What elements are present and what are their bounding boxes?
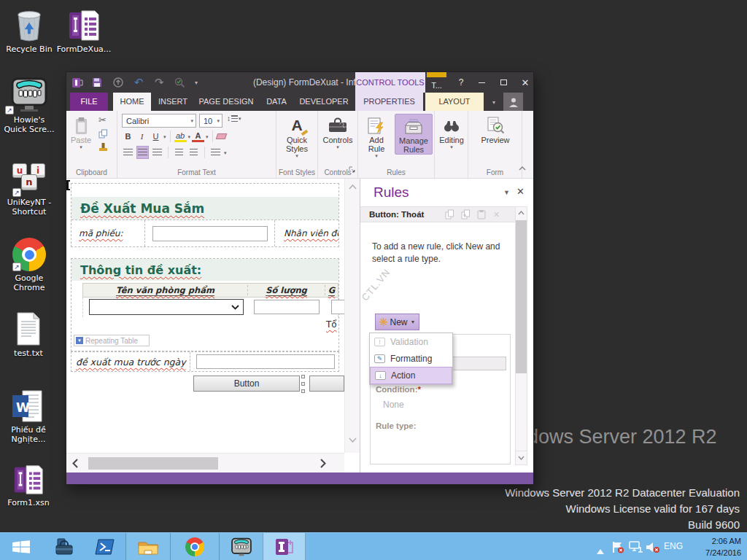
show-hidden-icons-button[interactable] bbox=[597, 544, 604, 557]
selection-handle[interactable] bbox=[301, 389, 305, 393]
manage-rules-button[interactable]: Manage Rules bbox=[395, 114, 433, 155]
quick-styles-button[interactable]: A Quick Styles▾ bbox=[280, 114, 314, 158]
bold-button[interactable]: B bbox=[122, 130, 134, 143]
form-section-details[interactable]: Thông tin đề xuất: Tên văn phòng phẩm Số… bbox=[71, 258, 339, 351]
undo-button[interactable]: ↶ bbox=[134, 76, 144, 89]
desktop-icon-form1-xsn[interactable]: Form1.xsn bbox=[0, 458, 57, 508]
highlight-caret-icon[interactable]: ▾ bbox=[188, 134, 191, 139]
qat-customize-button[interactable]: ▾ bbox=[195, 76, 198, 89]
cut-icon[interactable]: ✂ bbox=[98, 114, 107, 125]
italic-button[interactable]: I bbox=[136, 130, 148, 143]
form-design-canvas[interactable]: Đề Xuất Mua Sắm mã phiếu: Nhân viên đề x… bbox=[66, 179, 360, 472]
pane-menu-caret-icon[interactable]: ▼ bbox=[503, 189, 510, 196]
selection-handle[interactable] bbox=[301, 382, 305, 386]
desktop-icon-recycle-bin[interactable]: Recycle Bin bbox=[1, 4, 58, 54]
collapse-ribbon-icon[interactable] bbox=[519, 160, 526, 174]
scroll-down-button[interactable] bbox=[516, 451, 527, 464]
file-explorer-button[interactable] bbox=[125, 533, 170, 560]
font-color-caret-icon[interactable]: ▾ bbox=[206, 134, 209, 139]
tab-page-design[interactable]: PAGE DESIGN bbox=[194, 93, 258, 111]
highlight-button[interactable]: ab bbox=[174, 131, 187, 142]
design-checker-button[interactable] bbox=[174, 76, 185, 89]
language-indicator[interactable]: ENG bbox=[664, 541, 683, 551]
desktop-icon-word-doc[interactable]: W Phiếu đề Nghịte... bbox=[0, 385, 57, 444]
infopath-taskbar-button[interactable] bbox=[263, 533, 306, 560]
menu-item-validation[interactable]: ! Validation bbox=[370, 333, 452, 350]
volume-muted-icon[interactable] bbox=[646, 541, 660, 556]
desktop-icon-test-txt[interactable]: test.txt bbox=[0, 308, 57, 358]
form-button-selected[interactable]: Button bbox=[193, 376, 300, 392]
align-center-button[interactable] bbox=[136, 146, 149, 159]
scroll-left-icon[interactable] bbox=[72, 459, 78, 468]
action-center-icon[interactable] bbox=[611, 541, 624, 556]
editing-button[interactable]: Editing▾ bbox=[436, 114, 467, 149]
increase-indent-button[interactable] bbox=[187, 146, 200, 159]
help-button[interactable]: ? bbox=[452, 72, 471, 93]
paste-button[interactable]: Paste▾ bbox=[68, 114, 94, 149]
powershell-button[interactable] bbox=[86, 533, 124, 560]
date-row[interactable]: đề xuất mua trước ngày bbox=[71, 351, 339, 372]
bullets-button[interactable] bbox=[209, 146, 222, 159]
scroll-up-icon[interactable] bbox=[349, 184, 357, 190]
redo-button[interactable]: ↷ bbox=[155, 76, 164, 89]
taskbar-clock[interactable]: 2:06 AM 7/24/2016 bbox=[690, 535, 741, 559]
start-button[interactable] bbox=[0, 533, 42, 560]
qty-text-field[interactable] bbox=[254, 300, 320, 314]
bullets-caret-icon[interactable]: ▾ bbox=[224, 150, 227, 155]
scrollbar-thumb[interactable] bbox=[88, 457, 218, 470]
line-spacing-button[interactable]: ↕▾ bbox=[227, 114, 241, 122]
maximize-button[interactable] bbox=[494, 72, 513, 93]
controls-button[interactable]: Controls▾ bbox=[321, 114, 355, 149]
form-button-second[interactable] bbox=[309, 376, 344, 392]
menu-item-formatting[interactable]: ✎ Formatting bbox=[370, 350, 452, 367]
scrollbar-thumb[interactable] bbox=[516, 220, 527, 373]
horizontal-scrollbar[interactable] bbox=[66, 453, 344, 472]
network-icon[interactable] bbox=[629, 541, 643, 556]
server-manager-button[interactable] bbox=[45, 533, 83, 560]
desktop-icon-howies-quick-screen[interactable]: ↗ Howie's Quick Scre... bbox=[1, 75, 58, 134]
tab-properties[interactable]: PROPERTIES bbox=[355, 93, 423, 111]
close-button[interactable]: ✕ bbox=[516, 72, 535, 93]
tab-data[interactable]: DATA bbox=[260, 93, 293, 111]
save-button[interactable] bbox=[92, 76, 102, 89]
form-section-header[interactable]: Đề Xuất Mua Sắm mã phiếu: Nhân viên đề x… bbox=[71, 183, 339, 247]
paste-rule-icon[interactable] bbox=[477, 209, 486, 222]
scroll-up-icon[interactable] bbox=[518, 211, 525, 215]
scroll-down-icon[interactable] bbox=[349, 438, 357, 443]
preview-button[interactable]: Preview bbox=[479, 114, 512, 144]
vertical-scrollbar[interactable] bbox=[344, 179, 360, 453]
code-text-field[interactable] bbox=[152, 226, 268, 241]
font-color-button[interactable]: A bbox=[192, 131, 204, 142]
item-dropdown[interactable] bbox=[89, 299, 244, 315]
copy-all-rules-icon[interactable] bbox=[461, 209, 471, 222]
publish-button[interactable] bbox=[113, 76, 123, 89]
selection-handle[interactable] bbox=[301, 375, 305, 378]
add-rule-button[interactable]: Add Rule▾ bbox=[360, 114, 392, 158]
ribbon-options-caret-icon[interactable]: ▾ bbox=[492, 99, 495, 106]
howie-taskbar-button[interactable] bbox=[219, 533, 263, 560]
scroll-right-icon[interactable] bbox=[320, 459, 326, 468]
menu-item-action[interactable]: ↓ Action bbox=[370, 367, 452, 384]
font-name-select[interactable]: Calibri▾ bbox=[122, 114, 196, 128]
tab-insert[interactable]: INSERT bbox=[153, 93, 193, 111]
pane-close-icon[interactable]: ✕ bbox=[516, 186, 525, 197]
copy-rule-icon[interactable] bbox=[445, 209, 454, 222]
underline-button[interactable]: U bbox=[150, 130, 162, 143]
desktop-icon-google-chrome[interactable]: ↗ Google Chrome bbox=[1, 233, 58, 292]
desktop-icon-unikey[interactable]: u i n ↗ UniKeyNT - Shortcut bbox=[1, 158, 58, 217]
minimize-button[interactable] bbox=[472, 72, 491, 93]
tab-layout[interactable]: LAYOUT bbox=[425, 93, 484, 111]
repeating-table-tag[interactable]: ▼ Repeating Table bbox=[74, 335, 150, 346]
tab-file[interactable]: FILE bbox=[70, 93, 108, 111]
tab-developer[interactable]: DEVELOPER bbox=[295, 93, 353, 111]
copy-icon[interactable] bbox=[98, 128, 108, 141]
eraser-icon[interactable] bbox=[215, 133, 227, 139]
delete-rule-icon[interactable]: ✕ bbox=[493, 210, 500, 219]
font-size-select[interactable]: 10▾ bbox=[199, 114, 222, 128]
underline-caret-icon[interactable]: ▾ bbox=[163, 134, 166, 139]
desktop-icon-formdexuat[interactable]: FormDeXua... bbox=[55, 4, 112, 54]
tab-home[interactable]: HOME bbox=[113, 93, 151, 111]
user-avatar[interactable] bbox=[503, 93, 523, 111]
date-text-field[interactable] bbox=[196, 354, 335, 369]
chrome-taskbar-button[interactable] bbox=[170, 533, 219, 560]
